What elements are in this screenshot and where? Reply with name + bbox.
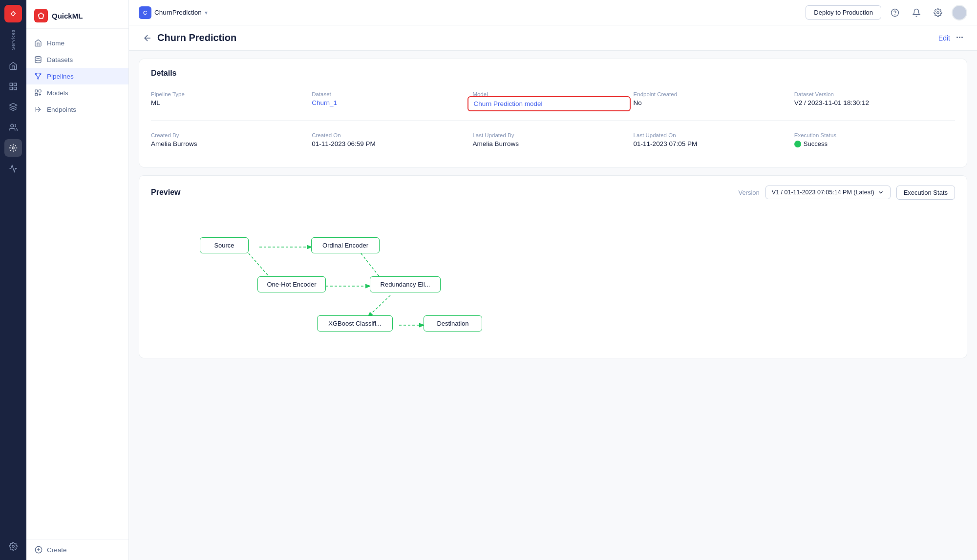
nav-icon-users[interactable]	[4, 119, 22, 136]
preview-section: Preview Version V1 / 01-11-2023 07:05:14…	[139, 175, 967, 358]
node-redundancy-label: Redundancy Eli...	[381, 281, 430, 288]
nav-icon-pipelines[interactable]	[4, 139, 22, 157]
svg-point-8	[12, 545, 15, 548]
back-button[interactable]	[143, 33, 152, 43]
datasets-icon	[34, 56, 42, 63]
sidebar-item-models[interactable]: Models	[26, 84, 128, 101]
home-icon	[34, 39, 42, 47]
nav-icon-grid[interactable]	[4, 78, 22, 95]
deploy-to-production-button[interactable]: Deploy to Production	[806, 5, 881, 20]
page-content: Churn Prediction Edit ··· Details Pipeli…	[129, 25, 977, 560]
svg-point-24	[892, 9, 899, 16]
pipeline-node-xgboost[interactable]: XGBoost Classifi...	[317, 315, 393, 332]
pipeline-node-redundancy[interactable]: Redundancy Eli...	[370, 276, 441, 292]
detail-label-execution-status: Execution Status	[794, 132, 947, 138]
svg-point-0	[12, 12, 14, 15]
svg-rect-3	[10, 87, 12, 89]
nav-endpoints-label: Endpoints	[47, 106, 76, 113]
back-arrow-icon	[143, 33, 152, 43]
status-dot-success	[794, 141, 801, 147]
pipeline-node-ordinal[interactable]: Ordinal Encoder	[311, 237, 380, 253]
nav-home-label: Home	[47, 40, 64, 47]
details-row1: Pipeline Type ML Dataset Churn_1 Model C…	[151, 87, 955, 116]
help-icon-button[interactable]	[887, 5, 903, 21]
edit-button[interactable]: Edit	[938, 34, 950, 42]
detail-label-dataset: Dataset	[312, 91, 465, 97]
settings-icon-button[interactable]	[930, 5, 946, 21]
nav-datasets-label: Datasets	[47, 56, 73, 63]
pipeline-node-destination[interactable]: Destination	[424, 315, 482, 332]
detail-label-last-updated-by: Last Updated By	[472, 132, 625, 138]
page-header-left: Churn Prediction	[143, 32, 236, 43]
nav-icon-deploy[interactable]	[4, 160, 22, 177]
page-header: Churn Prediction Edit ···	[129, 25, 977, 51]
notification-icon-button[interactable]	[909, 5, 924, 21]
execution-stats-button[interactable]: Execution Stats	[896, 186, 955, 200]
detail-pipeline-type: Pipeline Type ML	[151, 87, 312, 116]
pipelines-icon	[34, 72, 42, 80]
details-row2: Created By Amelia Burrows Created On 01-…	[151, 120, 955, 157]
nav-icon-settings-bottom[interactable]	[4, 538, 22, 555]
svg-rect-4	[14, 87, 17, 89]
svg-point-10	[35, 73, 37, 75]
detail-value-model[interactable]: Churn Prediction model	[473, 100, 624, 107]
more-options-button[interactable]: ···	[956, 33, 963, 43]
version-selector[interactable]: V1 / 01-11-2023 07:05:14 PM (Latest)	[765, 186, 891, 199]
chevron-down-icon: ▾	[205, 9, 208, 16]
detail-value-dataset-version: V2 / 2023-11-01 18:30:12	[794, 99, 947, 106]
models-icon	[34, 89, 42, 97]
sidebar-logo	[34, 9, 48, 22]
svg-rect-18	[35, 93, 38, 96]
sidebar-footer: Create	[26, 539, 128, 560]
node-onehot-label: One-Hot Encoder	[267, 281, 316, 288]
nav-pipelines-label: Pipelines	[47, 73, 74, 80]
page-title: Churn Prediction	[157, 32, 236, 43]
detail-value-dataset[interactable]: Churn_1	[312, 99, 465, 106]
svg-point-7	[12, 146, 15, 149]
services-label: Services	[11, 29, 16, 50]
svg-line-15	[36, 75, 38, 78]
detail-label-pipeline-type: Pipeline Type	[151, 91, 304, 97]
detail-value-last-updated-on: 01-11-2023 07:05 PM	[634, 140, 786, 147]
detail-value-execution-status: Success	[804, 140, 828, 147]
project-selector[interactable]: C ChurnPrediction ▾	[139, 6, 208, 19]
create-button[interactable]: Create	[34, 545, 121, 554]
sidebar: QuickML Home Datasets Pipelines Models E…	[26, 0, 129, 560]
plus-circle-icon	[34, 545, 43, 554]
detail-value-created-by: Amelia Burrows	[151, 140, 304, 147]
svg-point-9	[35, 56, 41, 58]
detail-value-last-updated-by: Amelia Burrows	[472, 140, 625, 147]
pipeline-node-onehot[interactable]: One-Hot Encoder	[257, 276, 326, 292]
detail-created-by: Created By Amelia Burrows	[151, 128, 312, 157]
details-section: Details Pipeline Type ML Dataset Churn_1…	[139, 59, 967, 167]
detail-model: Model Churn Prediction model	[472, 87, 633, 116]
sidebar-item-pipelines[interactable]: Pipelines	[26, 68, 128, 84]
nav-icon-layers[interactable]	[4, 98, 22, 116]
detail-value-endpoint-created: No	[634, 99, 786, 106]
nav-icon-home[interactable]	[4, 57, 22, 75]
user-avatar[interactable]	[952, 5, 967, 21]
details-section-title: Details	[151, 69, 955, 78]
pipeline-node-source[interactable]: Source	[200, 237, 249, 253]
chevron-down-version-icon	[877, 189, 884, 196]
svg-marker-5	[10, 103, 17, 107]
svg-rect-16	[35, 90, 38, 92]
node-source-label: Source	[214, 242, 234, 249]
detail-value-pipeline-type: ML	[151, 99, 304, 106]
app-logo-icon[interactable]	[4, 5, 22, 22]
sidebar-title: QuickML	[52, 12, 83, 20]
sidebar-item-datasets[interactable]: Datasets	[26, 51, 128, 68]
sidebar-item-endpoints[interactable]: Endpoints	[26, 101, 128, 118]
detail-execution-status: Execution Status Success	[794, 128, 955, 157]
sidebar-item-home[interactable]: Home	[26, 35, 128, 51]
svg-rect-17	[39, 90, 41, 92]
help-icon	[891, 8, 899, 17]
project-name: ChurnPrediction	[154, 9, 202, 16]
svg-point-12	[38, 78, 39, 79]
pipeline-diagram: Source Ordinal Encoder One-Hot Encoder R…	[151, 211, 955, 348]
top-header: C ChurnPrediction ▾ Deploy to Production	[129, 0, 977, 25]
page-header-right: Edit ···	[938, 33, 963, 43]
node-destination-label: Destination	[437, 320, 468, 327]
pipeline-canvas: Source Ordinal Encoder One-Hot Encoder R…	[170, 221, 935, 338]
svg-rect-2	[14, 83, 17, 85]
